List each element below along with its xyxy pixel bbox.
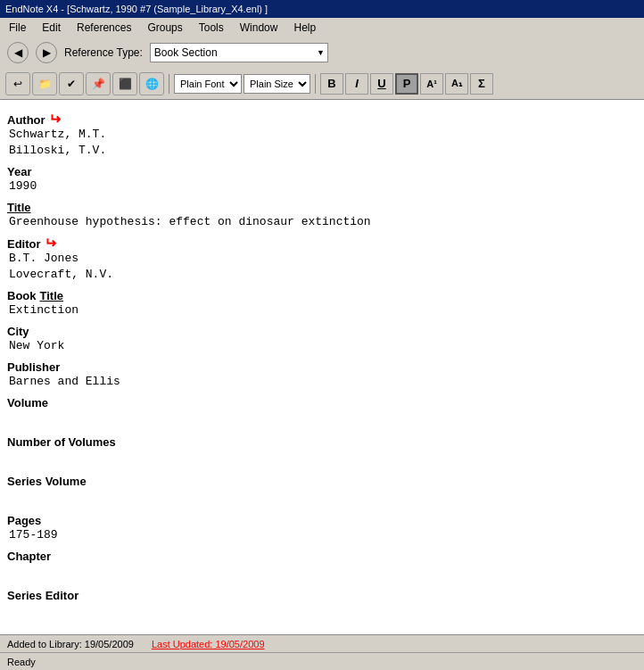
- title-value[interactable]: Greenhouse hypothesis: effect on dinosau…: [9, 215, 637, 229]
- num-volumes-label: Number of Volumes: [7, 435, 637, 449]
- author-label: Author ↵: [7, 112, 637, 127]
- superscript-button[interactable]: A¹: [420, 73, 443, 95]
- menu-bar: File Edit References Groups Tools Window…: [0, 18, 644, 37]
- menu-window[interactable]: Window: [235, 20, 284, 36]
- volume-value[interactable]: [9, 410, 637, 428]
- font-name-select[interactable]: Plain Font: [174, 74, 242, 94]
- nav-forward-button[interactable]: ▶: [36, 42, 57, 63]
- num-volumes-value[interactable]: [9, 450, 637, 467]
- sigma-button[interactable]: Σ: [470, 73, 493, 95]
- last-updated: Last Updated: 19/05/2009: [152, 639, 265, 649]
- added-label: Added to Library: 19/05/2009: [7, 639, 134, 649]
- book-title-label: Book Title: [7, 289, 637, 302]
- series-volume-value[interactable]: [9, 489, 637, 507]
- toolbar-btn-3[interactable]: ✔: [59, 72, 84, 95]
- year-value[interactable]: 1990: [9, 179, 637, 194]
- status-text: Ready: [7, 657, 36, 667]
- underline-button[interactable]: U: [370, 73, 393, 95]
- menu-edit[interactable]: Edit: [37, 20, 66, 36]
- content-area: Author ↵ Schwartz, M.T. Billoski, T.V. Y…: [0, 100, 644, 634]
- editor-label: Editor ↵: [7, 236, 637, 251]
- title-bar: EndNote X4 - [Schwartz, 1990 #7 (Sample_…: [0, 0, 644, 18]
- status-bar: Ready: [0, 652, 644, 670]
- added-to-library: Added to Library: 19/05/2009: [7, 639, 134, 649]
- author-value-2[interactable]: Billoski, T.V.: [9, 144, 637, 158]
- author-value-1[interactable]: Schwartz, M.T.: [9, 128, 637, 142]
- series-editor-value[interactable]: [9, 603, 637, 621]
- toolbar-btn-4[interactable]: 📌: [86, 72, 111, 95]
- toolbar-btn-1[interactable]: ↩: [5, 72, 30, 95]
- ref-type-bar: ◀ ▶ Reference Type: Book Section Book Jo…: [0, 37, 644, 68]
- publisher-label: Publisher: [7, 360, 637, 374]
- ref-type-select[interactable]: Book Section Book Journal Article: [150, 43, 328, 62]
- menu-help[interactable]: Help: [288, 20, 321, 36]
- menu-file[interactable]: File: [4, 20, 31, 36]
- last-updated-label: Last Updated: 19/05/2009: [152, 639, 265, 649]
- publisher-value[interactable]: Barnes and Ellis: [9, 375, 637, 389]
- toolbar-btn-2[interactable]: 📁: [32, 72, 57, 95]
- ref-type-label: Reference Type:: [64, 46, 143, 59]
- volume-label: Volume: [7, 396, 637, 409]
- font-size-select[interactable]: Plain Size: [244, 74, 310, 94]
- menu-references[interactable]: References: [71, 20, 136, 36]
- toolbar-sep-1: [169, 74, 169, 94]
- toolbar-sep-2: [315, 74, 316, 94]
- added-bar: Added to Library: 19/05/2009 Last Update…: [0, 634, 644, 652]
- toolbar: ↩ 📁 ✔ 📌 ⬛ 🌐 Plain Font Plain Size B I U …: [0, 68, 644, 100]
- series-volume-label: Series Volume: [7, 475, 637, 488]
- city-value[interactable]: New York: [9, 339, 637, 353]
- book-title-value[interactable]: Extinction: [9, 303, 637, 318]
- menu-tools[interactable]: Tools: [194, 20, 229, 36]
- city-label: City: [7, 325, 637, 338]
- pages-label: Pages: [7, 514, 637, 527]
- year-label: Year: [7, 165, 637, 178]
- editor-value-2[interactable]: Lovecraft, N.V.: [9, 268, 637, 282]
- title-bar-text: EndNote X4 - [Schwartz, 1990 #7 (Sample_…: [5, 4, 268, 14]
- chapter-label: Chapter: [7, 550, 637, 563]
- ref-type-select-wrapper[interactable]: Book Section Book Journal Article: [150, 43, 328, 62]
- plain-button[interactable]: P: [395, 73, 418, 95]
- menu-groups[interactable]: Groups: [142, 20, 187, 36]
- editor-value-1[interactable]: B.T. Jones: [9, 252, 637, 266]
- pages-value[interactable]: 175-189: [9, 528, 637, 542]
- toolbar-btn-6[interactable]: 🌐: [139, 72, 164, 95]
- nav-back-button[interactable]: ◀: [7, 42, 29, 63]
- chapter-value[interactable]: [9, 564, 637, 582]
- subscript-button[interactable]: A₁: [445, 73, 468, 95]
- title-label: Title: [7, 201, 637, 214]
- author-arrow-icon: ↵: [49, 112, 61, 127]
- toolbar-btn-5[interactable]: ⬛: [112, 72, 137, 95]
- italic-button[interactable]: I: [345, 73, 368, 95]
- series-editor-label: Series Editor: [7, 589, 637, 602]
- editor-arrow-icon: ↵: [45, 236, 56, 251]
- bold-button[interactable]: B: [320, 73, 343, 95]
